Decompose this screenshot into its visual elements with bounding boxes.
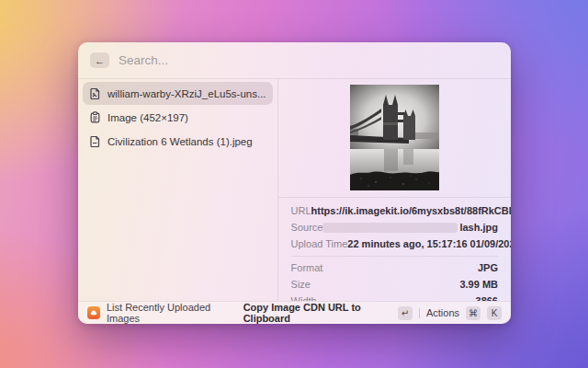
search-input[interactable]: Search...	[119, 53, 168, 67]
command-title: List Recently Uploaded Images	[107, 302, 231, 324]
meta-row-width: Width 3866	[291, 293, 498, 301]
back-button[interactable]: ←	[90, 52, 109, 68]
list-item-label: william-warby-XRziJ_eLu5s-uns...	[107, 88, 266, 99]
meta-row-source: Source lash.jpg	[291, 219, 498, 236]
meta-label: Size	[291, 279, 311, 290]
redacted-source-bar	[322, 223, 458, 233]
image-file-icon	[89, 87, 101, 99]
image-file-icon	[89, 135, 101, 147]
size-value: 3.99 MB	[459, 279, 498, 290]
k-keycap[interactable]: K	[487, 306, 502, 320]
meta-row-format: Format JPG	[291, 259, 498, 276]
clipboard-icon	[89, 111, 101, 123]
meta-row-size: Size 3.99 MB	[291, 276, 498, 293]
list-item[interactable]: Civilization 6 Wetlands (1).jpeg	[83, 130, 273, 153]
footer-divider	[419, 308, 420, 318]
upload-time-value: 22 minutes ago, 15:17:16 01/09/2024	[347, 238, 511, 249]
meta-label: Format	[291, 262, 323, 273]
meta-label: Upload Time	[291, 238, 348, 249]
list-item-label: Image (452×197)	[107, 112, 188, 123]
list-item-label: Civilization 6 Wetlands (1).jpeg	[107, 136, 253, 147]
action-bar: List Recently Uploaded Images Copy Image…	[78, 301, 511, 324]
results-list: william-warby-XRziJ_eLu5s-uns... Image (…	[78, 79, 278, 301]
tower-bridge-photo	[350, 85, 439, 190]
meta-row-url: URL https://ik.imagekit.io/6mysxbs8t/88f…	[291, 202, 498, 219]
meta-row-upload-time: Upload Time 22 minutes ago, 15:17:16 01/…	[291, 236, 498, 252]
actions-menu-button[interactable]: Actions	[426, 307, 459, 318]
format-value: JPG	[478, 262, 498, 273]
command-keycap[interactable]: ⌘	[466, 306, 481, 320]
desktop-background: ← Search... william-warby-XRziJ_eLu5s-un…	[0, 0, 588, 368]
metadata-section: URL https://ik.imagekit.io/6mysxbs8t/88f…	[278, 198, 511, 301]
detail-panel: URL https://ik.imagekit.io/6mysxbs8t/88f…	[278, 79, 511, 301]
launcher-window: ← Search... william-warby-XRziJ_eLu5s-un…	[78, 42, 511, 324]
back-arrow-icon: ←	[95, 55, 105, 66]
source-value: lash.jpg	[459, 222, 498, 233]
metadata-divider	[291, 256, 498, 257]
image-preview-area	[278, 79, 511, 198]
meta-label: URL	[291, 205, 311, 216]
list-item[interactable]: Image (452×197)	[83, 106, 273, 129]
return-keycap[interactable]: ↵	[398, 306, 413, 320]
primary-action-button[interactable]: Copy Image CDN URL to Clipboard	[243, 302, 391, 324]
meta-label: Source	[291, 222, 323, 233]
url-value[interactable]: https://ik.imagekit.io/6mysxbs8t/88fRkCB…	[311, 205, 511, 216]
imagekit-app-icon	[87, 306, 100, 319]
list-item[interactable]: william-warby-XRziJ_eLu5s-uns...	[83, 82, 273, 105]
search-bar: ← Search...	[78, 42, 511, 79]
